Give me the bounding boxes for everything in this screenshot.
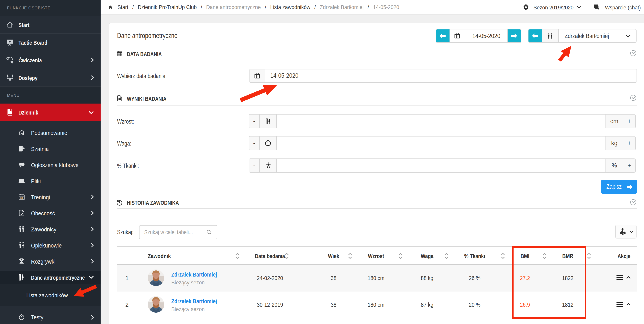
svg-text:31: 31 xyxy=(20,196,23,199)
